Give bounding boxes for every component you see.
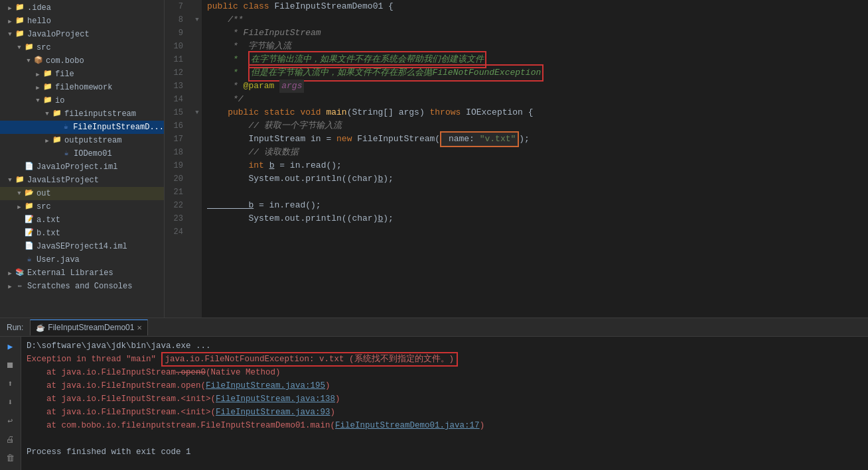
run-label: Run: xyxy=(3,323,27,332)
sidebar-item-hello[interactable]: ▶ 📁 hello xyxy=(0,15,164,28)
sidebar-item-userjava[interactable]: ☕ User.java xyxy=(0,253,164,266)
fold-marker-4 xyxy=(192,53,202,66)
sidebar-item-atxt[interactable]: 📝 a.txt xyxy=(0,213,164,227)
error-text: at com.bobo.io.fileinputstream.FileInput… xyxy=(27,419,335,432)
run-tab-bar: Run: ☕ FileInputStreamDemo01 ✕ xyxy=(0,318,868,337)
folder-icon: 📁 xyxy=(42,82,53,93)
line-num-9: 9 xyxy=(165,27,187,40)
code-text: = in.read(); xyxy=(274,159,341,172)
sidebar-item-label: filehomework xyxy=(55,83,112,92)
keyword: void xyxy=(300,106,326,119)
code-line-15: public static void main(String[] args) t… xyxy=(207,106,868,119)
exception-box: java.io.FileNotFoundException: v.txt (系统… xyxy=(161,352,459,367)
code-text: = in.read(); xyxy=(253,199,321,212)
error-prefix: Exception in thread "main" xyxy=(27,353,161,366)
line-num-13: 13 xyxy=(165,80,187,93)
collapse-arrow: ▼ xyxy=(15,190,24,197)
sidebar-item-btxt[interactable]: 📝 b.txt xyxy=(0,227,164,240)
sidebar-item-javalistproject[interactable]: ▼ 📁 JavaListProject xyxy=(0,174,164,187)
sidebar-item-label: User.java xyxy=(36,255,80,264)
main-area: ▶ 📁 .idea ▶ 📁 hello ▼ 📁 JavaloProject ▼ … xyxy=(0,0,868,318)
txt-file-icon: 📝 xyxy=(24,228,35,239)
sidebar: ▶ 📁 .idea ▶ 📁 hello ▼ 📁 JavaloProject ▼ … xyxy=(0,0,165,318)
collapse-arrow: ▶ xyxy=(42,137,52,145)
code-line-17: InputStream in = new FileInputStream( na… xyxy=(207,133,868,146)
clear-button[interactable]: 🗑 xyxy=(3,451,18,465)
folder-icon: 📁 xyxy=(15,175,25,186)
collapse-arrow: ▼ xyxy=(33,97,42,104)
annotation: @param xyxy=(244,80,275,93)
sidebar-item-label: Scratches and Consoles xyxy=(27,282,132,291)
fold-marker-10 xyxy=(192,133,202,146)
code-line-9: * FileInputStream xyxy=(207,27,868,40)
sidebar-item-src[interactable]: ▼ 📁 src xyxy=(0,41,164,54)
sidebar-item-javaloproject[interactable]: ▼ 📁 JavaloProject xyxy=(0,28,164,41)
sidebar-item-outputstream[interactable]: ▶ 📁 outputstream xyxy=(0,134,164,147)
code-text-close: ); xyxy=(519,133,530,146)
code-line-20: System.out.println((char)b); xyxy=(207,172,868,186)
sidebar-item-combobo[interactable]: ▼ 📦 com.bobo xyxy=(0,54,164,68)
code-line-23: System.out.println((char)b); xyxy=(207,212,868,225)
line-num-19: 19 xyxy=(165,159,187,172)
wrap-button[interactable]: ↩ xyxy=(3,414,18,428)
iml-file-icon: 📄 xyxy=(24,162,35,172)
line-num-22: 22 xyxy=(165,199,187,212)
folder-icon: 📁 xyxy=(52,109,62,119)
tab-close-icon[interactable]: ✕ xyxy=(137,324,142,331)
folder-icon: 📁 xyxy=(15,3,25,13)
sidebar-item-idea[interactable]: ▶ 📁 .idea xyxy=(0,1,164,15)
sidebar-item-javaloproject-iml[interactable]: 📄 JavaloProject.iml xyxy=(0,160,164,174)
run-tab-fileinputstreamdemo01[interactable]: ☕ FileInputStreamDemo01 ✕ xyxy=(30,320,148,335)
keyword: throws xyxy=(430,106,467,119)
code-line-24 xyxy=(207,225,868,239)
sidebar-item-src2[interactable]: ▶ 📁 src xyxy=(0,200,164,213)
console-line-9: Process finished with exit code 1 xyxy=(27,445,863,459)
sidebar-item-fileinputstream[interactable]: ▼ 📁 fileinputstream xyxy=(0,107,164,121)
line-num-15: ▶15 xyxy=(165,106,187,119)
restart-button[interactable]: ▶ xyxy=(3,339,18,354)
collapse-arrow: ▶ xyxy=(15,204,24,211)
sidebar-item-file[interactable]: ▶ 📁 file xyxy=(0,68,164,81)
sidebar-item-javaseproject14[interactable]: 📄 JavaSEProject14.iml xyxy=(0,240,164,253)
collapse-arrow: ▶ xyxy=(5,270,15,277)
filelink-195[interactable]: FileInputStream.java:195 xyxy=(206,379,325,392)
scroll-up-button[interactable]: ⬆ xyxy=(3,377,18,391)
console-line-4: at java.io.FileInputStream.open(FileInpu… xyxy=(27,379,863,392)
sidebar-item-out[interactable]: ▼ 📂 out xyxy=(0,187,164,200)
filelink-main[interactable]: FileInputStreamDemo01.java:17 xyxy=(335,419,480,432)
sidebar-item-external-libraries[interactable]: ▶ 📚 External Libraries xyxy=(0,266,164,280)
sidebar-item-iodemo01[interactable]: ☕ IODemo01 xyxy=(0,147,164,160)
sidebar-item-label: b.txt xyxy=(36,229,60,238)
line-num-12: 12 xyxy=(165,66,187,80)
console-line-8 xyxy=(27,432,863,445)
line-num-14: 14 xyxy=(165,93,187,106)
scroll-down-button[interactable]: ⬇ xyxy=(3,395,18,410)
sidebar-item-fileinputstreamdemo01[interactable]: ☕ FileInputStreamD... xyxy=(0,121,164,134)
code-text: System.out.println((char) xyxy=(207,172,378,186)
fold-marker[interactable] xyxy=(192,0,202,13)
sidebar-item-io[interactable]: ▼ 📁 io xyxy=(0,94,164,107)
fold-marker-open[interactable]: ▼ xyxy=(192,13,202,27)
folder-icon: 📁 xyxy=(52,135,62,146)
sidebar-item-scratches[interactable]: ▶ ✏️ Scratches and Consoles xyxy=(0,280,164,293)
param-highlight: args xyxy=(279,80,304,93)
fold-marker-8[interactable]: ▼ xyxy=(192,106,202,119)
collapse-arrow: ▶ xyxy=(5,18,15,25)
java-file-icon: ☕ xyxy=(24,255,35,265)
print-button[interactable]: 🖨 xyxy=(3,432,18,447)
comment: * FileInputStream xyxy=(207,27,321,40)
bottom-panel: Run: ☕ FileInputStreamDemo01 ✕ ▶ ⏹ ⬆ ⬇ ↩… xyxy=(0,318,868,470)
console-toolbar: ▶ ⏹ ⬆ ⬇ ↩ 🖨 🗑 xyxy=(0,337,21,470)
sidebar-item-label: src xyxy=(36,202,51,211)
exception-class: IOException { xyxy=(466,106,533,119)
var-b-ref2: b xyxy=(378,212,383,225)
stop-button[interactable]: ⏹ xyxy=(3,358,18,373)
code-line-21 xyxy=(207,186,868,199)
error-text: ) xyxy=(325,379,330,392)
sidebar-item-filehomework[interactable]: ▶ 📁 filehomework xyxy=(0,81,164,94)
keyword: class xyxy=(244,0,275,13)
filelink-93[interactable]: FileInputStream.java:93 xyxy=(216,406,330,419)
collapse-arrow: ▼ xyxy=(5,177,15,184)
param-hint-box: name: "v.txt" xyxy=(440,131,519,147)
filelink-138[interactable]: FileInputStream.java:138 xyxy=(216,392,335,406)
